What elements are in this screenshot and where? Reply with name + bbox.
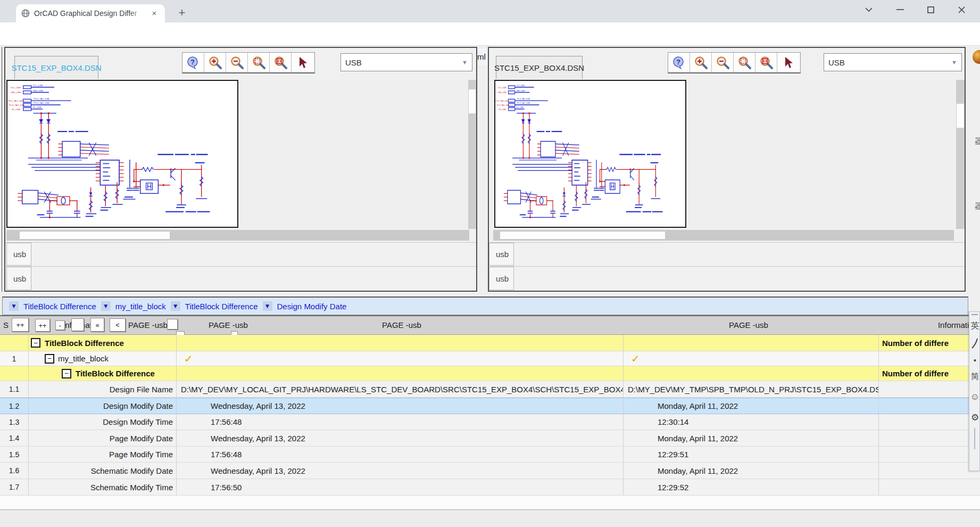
group-info: Number of differe bbox=[882, 369, 949, 378]
breadcrumb-item-design-modify-date[interactable]: Design Modify Date bbox=[277, 302, 347, 311]
table-row[interactable]: 1.5 Page Modify Time 17:56:48 12:29:51 bbox=[0, 447, 980, 463]
help-button[interactable]: ? bbox=[668, 53, 690, 72]
row-left-value: 17:56:48 bbox=[211, 450, 242, 459]
left-design-tab[interactable]: STC15_EXP_BOX4.DSN bbox=[14, 56, 98, 79]
row-info-cell bbox=[878, 381, 980, 397]
zoom-out-button[interactable] bbox=[712, 53, 734, 72]
collapse-toggle[interactable]: − bbox=[45, 354, 54, 364]
row-info-cell bbox=[878, 414, 980, 430]
item-row-my-title-block[interactable]: 1 − my_title_block ✓ ✓ bbox=[0, 351, 980, 366]
zoom-fit-button[interactable] bbox=[734, 53, 755, 72]
ime-simplified-icon[interactable]: 简 bbox=[969, 372, 980, 382]
right-vertical-scrollbar[interactable] bbox=[956, 80, 965, 229]
row-right-value: Monday, April 11, 2022 bbox=[658, 434, 738, 443]
left-vertical-scrollbar[interactable] bbox=[468, 80, 476, 229]
row-number: 1.1 bbox=[9, 385, 19, 393]
tab-close-icon[interactable]: × bbox=[149, 8, 160, 19]
item-label: my_title_block bbox=[58, 354, 109, 363]
breadcrumb-marker-icon[interactable]: ▼ bbox=[9, 301, 19, 311]
breadcrumb-item-titleblock-difference-1[interactable]: TitleBlock Difference bbox=[23, 302, 96, 311]
item-number: 1 bbox=[12, 355, 16, 363]
table-row[interactable]: 1.4 Page Modify Date Wednesday, April 13… bbox=[0, 430, 980, 447]
browser-tab[interactable]: OrCAD Graphical Design Differ × bbox=[16, 4, 165, 22]
breadcrumb-marker-icon[interactable]: ▼ bbox=[171, 301, 180, 311]
new-tab-button[interactable]: + bbox=[176, 7, 188, 20]
breadcrumb-item-titleblock-difference-2[interactable]: TitleBlock Difference bbox=[185, 302, 258, 311]
breadcrumb-marker-icon[interactable]: ▼ bbox=[263, 301, 272, 311]
row-info-cell bbox=[878, 430, 980, 446]
right-usb-row-2[interactable]: usb bbox=[489, 266, 965, 291]
right-design-tab-label: STC15_EXP_BOX4.DSN bbox=[494, 63, 584, 72]
right-schematic-viewport[interactable] bbox=[489, 80, 955, 229]
table-row[interactable]: 1.3 Design Modify Time 17:56:48 12:30:14 bbox=[0, 414, 980, 430]
left-check-icon: ✓ bbox=[184, 352, 193, 365]
right-page-dropdown[interactable]: USB ▼ bbox=[824, 53, 962, 71]
clipped-app-icon[interactable] bbox=[973, 50, 980, 64]
right-vertical-scrollbar-thumb[interactable] bbox=[957, 104, 964, 128]
blank-nav-button[interactable] bbox=[167, 319, 178, 330]
gear-icon[interactable]: ⚙ bbox=[969, 412, 980, 423]
help-button[interactable]: ? bbox=[182, 53, 204, 72]
svg-text:?: ? bbox=[190, 58, 195, 66]
group-left-cell bbox=[176, 366, 623, 381]
zoom-selection-button[interactable] bbox=[755, 53, 777, 72]
pen-stroke-icon[interactable] bbox=[971, 337, 979, 349]
left-usb-row-2[interactable]: usb bbox=[5, 266, 476, 291]
blank-nav-button[interactable] bbox=[71, 318, 84, 331]
ime-language-icon[interactable]: 英 bbox=[969, 320, 980, 332]
right-horizontal-scrollbar[interactable] bbox=[493, 230, 954, 241]
group-number-cell bbox=[0, 366, 28, 381]
dropdown-arrow-icon: ▼ bbox=[462, 59, 468, 65]
window-minimize-button[interactable] bbox=[891, 2, 909, 17]
zoom-out-button[interactable] bbox=[226, 53, 248, 72]
zoom-in-button[interactable] bbox=[690, 53, 712, 72]
row-right-value: 12:29:51 bbox=[658, 450, 688, 459]
right-horizontal-scrollbar-thumb[interactable] bbox=[500, 232, 665, 239]
collapse-toggle[interactable]: − bbox=[62, 369, 71, 378]
pointer-tool-button[interactable] bbox=[292, 53, 313, 72]
left-horizontal-scrollbar-thumb[interactable] bbox=[20, 232, 170, 239]
breadcrumb-item-my-title-block[interactable]: my_title_block bbox=[115, 302, 166, 311]
ime-drag-handle[interactable] bbox=[971, 314, 978, 315]
tab-search-chevron-icon[interactable] bbox=[860, 2, 878, 17]
group-left-cell bbox=[176, 335, 623, 351]
left-schematic-viewport[interactable] bbox=[5, 80, 467, 229]
collapse-toggle[interactable]: − bbox=[31, 338, 40, 348]
group-row-titleblock-difference-1[interactable]: − TitleBlock Difference Number of differ… bbox=[0, 335, 980, 351]
tab-title: OrCAD Graphical Design Differ bbox=[34, 9, 146, 18]
bullet-icon[interactable]: • bbox=[969, 356, 980, 365]
first-diff-button[interactable]: « bbox=[90, 318, 104, 332]
window-close-button[interactable] bbox=[952, 2, 970, 17]
emoji-icon[interactable]: ☺ bbox=[969, 392, 980, 402]
collapse-button[interactable]: - bbox=[55, 320, 65, 330]
table-row[interactable]: 1.7 Schematic Modify Time 17:56:50 12:29… bbox=[0, 479, 980, 496]
table-row[interactable]: 1.1 Design File Name D:\MY_DEV\MY_LOCAL_… bbox=[0, 381, 980, 398]
row-number: 1.6 bbox=[9, 466, 19, 475]
row-info-cell bbox=[878, 447, 980, 462]
left-page-dropdown[interactable]: USB ▼ bbox=[340, 53, 472, 71]
table-row-selected[interactable]: 1.2 Design Modify Date Wednesday, April … bbox=[0, 398, 980, 414]
row-label: Page Modify Date bbox=[110, 434, 173, 443]
expand-button[interactable]: ++ bbox=[35, 319, 50, 332]
left-usb-row-1[interactable]: usb bbox=[5, 242, 476, 265]
breadcrumb-marker-icon[interactable]: ▼ bbox=[101, 301, 111, 311]
table-row[interactable]: 1.6 Schematic Modify Date Wednesday, Apr… bbox=[0, 463, 980, 479]
zoom-in-button[interactable] bbox=[204, 53, 226, 72]
zoom-fit-button[interactable] bbox=[248, 53, 270, 72]
row-right-value: Monday, April 11, 2022 bbox=[658, 466, 738, 475]
row-label: Design File Name bbox=[110, 385, 173, 394]
pointer-tool-button[interactable] bbox=[777, 53, 799, 72]
zoom-selection-button[interactable] bbox=[270, 53, 292, 72]
group-row-titleblock-difference-2[interactable]: − TitleBlock Difference Number of differ… bbox=[0, 366, 980, 381]
expand-all-button[interactable]: ++ bbox=[12, 318, 29, 332]
prev-diff-button[interactable]: < bbox=[110, 318, 126, 332]
table-empty-area bbox=[0, 496, 980, 509]
window-maximize-button[interactable] bbox=[921, 2, 940, 17]
left-vertical-scrollbar-thumb[interactable] bbox=[469, 89, 476, 113]
left-horizontal-scrollbar[interactable] bbox=[6, 230, 469, 241]
left-schematic-page bbox=[6, 80, 238, 228]
right-design-tab[interactable]: STC15_EXP_BOX4.DSN bbox=[496, 56, 583, 79]
dropdown-arrow-icon: ▼ bbox=[951, 59, 957, 65]
row-left-value: Wednesday, April 13, 2022 bbox=[211, 466, 305, 475]
right-usb-row-1[interactable]: usb bbox=[489, 242, 965, 265]
